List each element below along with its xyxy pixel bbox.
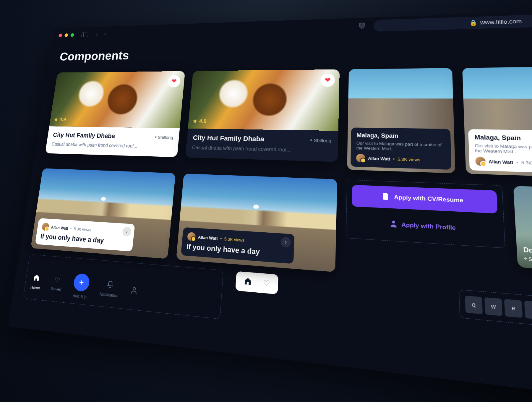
page-content: Components ❤ ★ 4.9 City Hut Family Dhaba (11, 27, 532, 384)
traffic-lights (59, 33, 74, 37)
heart-icon[interactable]: ❤ (167, 75, 181, 87)
card-location: ⌖ Shillong (309, 137, 331, 143)
heart-outline-icon: ♡ (54, 276, 61, 285)
author-name: Allan Watt (368, 156, 390, 161)
tab-label: Notification (99, 291, 119, 298)
card-desc: Our visit to Malaga was part of a cruise… (356, 141, 445, 153)
tab-add-trip[interactable]: + Add Trip (72, 273, 90, 300)
shield-icon[interactable] (359, 22, 365, 30)
card-desc: Casual dhaba with palm frond covered roo… (192, 144, 331, 155)
don-bosco-card[interactable]: Don Bosco ⌖ Shillong (513, 186, 532, 275)
maximize-icon[interactable] (70, 33, 74, 37)
card-title: Malaga, Spain (474, 134, 532, 143)
star-icon: ★ (192, 118, 198, 124)
keyboard-row: qwertyuiop (465, 296, 532, 332)
tabbar-light: ♡ (235, 271, 278, 294)
tabbar-dashed-container: Home ♡ Saved + Add Trip (23, 254, 224, 319)
document-icon (382, 192, 390, 202)
card-overlay: Malaga, Spain Our visit to Malaga was pa… (351, 127, 451, 170)
page-title: Components (59, 37, 532, 63)
tab-notification[interactable]: Notification (99, 280, 120, 298)
sidebar-toggle-icon[interactable] (81, 32, 89, 37)
card-desc: Our visit to Malaga was part of a cruise… (475, 143, 532, 156)
tab-label: Home (30, 285, 40, 290)
heart-icon[interactable]: ❤ (320, 74, 335, 87)
key-q[interactable]: q (465, 296, 483, 314)
user-icon (390, 220, 397, 229)
bullet: • (220, 236, 222, 241)
heart-outline-icon[interactable]: ♡ (263, 279, 270, 288)
star-icon: ★ (53, 116, 59, 123)
user-icon (131, 286, 138, 296)
button-group-dashed: Apply with CV/Resume Apply with Profile (346, 180, 505, 248)
food-card-dark[interactable]: ❤ ★ 4.9 City Hut Family Dhaba ⌖ Shillong (185, 69, 340, 162)
views: 5.3K views (521, 160, 532, 166)
views: 5.3K views (74, 226, 92, 232)
button-label: Apply with Profile (401, 221, 456, 231)
card-title: Don Bosco (523, 246, 532, 257)
wide-card-dark[interactable]: › Allan Watt • 5.3K views If you only ha… (176, 174, 337, 272)
avatar (475, 157, 486, 166)
apply-cv-button[interactable]: Apply with CV/Resume (352, 185, 498, 213)
wide-card-light[interactable]: › Allan Watt • 5.3K views If you only ha… (31, 168, 176, 259)
lock-icon: 🔒 (469, 19, 478, 26)
author-name: Allan Watt (198, 234, 218, 241)
close-icon[interactable] (59, 34, 62, 37)
tab-saved[interactable]: ♡ Saved (51, 276, 63, 292)
bottom-tabbar: Home ♡ Saved + Add Trip (30, 269, 216, 312)
card-location: ⌖ Shillong (154, 134, 173, 140)
keyboard-dashed-container: qwertyuiop (459, 289, 532, 339)
back-icon[interactable]: ‹ (93, 31, 100, 38)
button-label: Apply with CV/Resume (394, 194, 463, 204)
food-image: ❤ ★ 4.9 (49, 71, 185, 128)
views: 5.3K views (224, 236, 245, 243)
card-desc: Casual dhaba with palm frond covered roo… (51, 141, 172, 150)
pin-icon: ⌖ (154, 134, 157, 140)
avatar (187, 232, 196, 241)
pin-icon: ⌖ (309, 137, 312, 143)
browser-window: ‹ › 🔒 www.filllo.com ↻ Components ❤ (8, 8, 532, 402)
key-e[interactable]: e (504, 299, 523, 318)
bullet: • (70, 226, 72, 231)
svg-point-1 (133, 287, 136, 290)
home-icon (33, 273, 40, 283)
apply-profile-button[interactable]: Apply with Profile (351, 211, 499, 242)
card-title: City Hut Family Dhaba (193, 134, 265, 143)
card-overlay: Malaga, Spain Our visit to Malaga was pa… (468, 129, 532, 174)
bullet: • (516, 160, 518, 165)
tab-home[interactable]: Home (30, 273, 42, 291)
views: 5.3K views (398, 157, 420, 162)
bullet: • (393, 156, 395, 161)
spain-card-light[interactable]: Malaga, Spain Our visit to Malaga was pa… (462, 67, 532, 178)
rating-value: 4.9 (199, 118, 207, 124)
home-icon[interactable] (244, 277, 252, 287)
tab-label: Add Trip (72, 293, 87, 299)
key-w[interactable]: w (484, 297, 502, 316)
tab-profile[interactable] (131, 286, 138, 296)
food-card-light[interactable]: ❤ ★ 4.9 City Hut Family Dhaba ⌖ Shillong (45, 71, 185, 157)
card-title: Malaga, Spain (356, 132, 445, 140)
svg-point-0 (392, 221, 395, 223)
card-title: City Hut Family Dhaba (53, 131, 116, 140)
author-name: Allan Watt (51, 225, 69, 231)
key-r[interactable]: r (524, 301, 532, 320)
food-image: ❤ ★ 4.9 (188, 69, 340, 131)
spain-card-dark[interactable]: Malaga, Spain Our visit to Malaga was pa… (347, 68, 455, 173)
tab-label: Saved (51, 286, 62, 292)
rating-badge: ★ 4.9 (192, 118, 207, 124)
bell-icon (106, 280, 114, 291)
plus-icon: + (73, 273, 90, 292)
avatar (41, 223, 49, 231)
author-name: Allan Watt (488, 159, 513, 165)
avatar (356, 154, 365, 163)
url-text: www.filllo.com (480, 18, 522, 26)
rating-badge: ★ 4.9 (53, 116, 66, 123)
minimize-icon[interactable] (64, 33, 69, 37)
pin-icon: ⌖ (524, 255, 527, 262)
url-bar[interactable]: 🔒 www.filllo.com (374, 12, 532, 32)
rating-value: 4.9 (59, 117, 66, 123)
forward-icon[interactable]: › (102, 30, 108, 37)
